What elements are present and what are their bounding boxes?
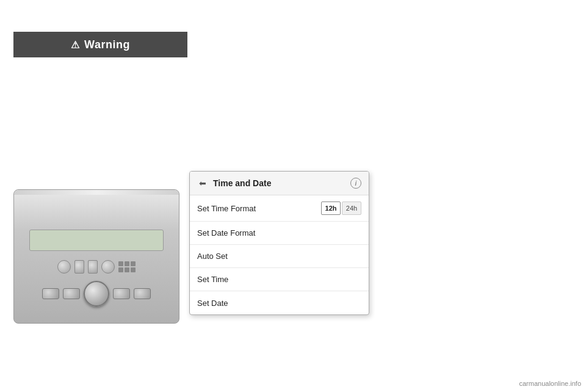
set-time-format-label: Set Time Format [197,204,321,213]
radio-rect-btn-1[interactable] [74,260,84,274]
auto-set-row[interactable]: Auto Set [190,245,369,268]
set-date-label: Set Date [197,299,361,308]
grid-btn-3[interactable] [131,261,136,266]
grid-btn-6[interactable] [131,267,136,272]
radio-top-strip [14,190,179,195]
time-date-dialog: ⬅ Time and Date i Set Time Format 12h 24… [189,171,369,315]
info-icon[interactable]: i [350,178,361,189]
dialog-header: ⬅ Time and Date i [190,172,369,195]
set-time-format-row: Set Time Format 12h 24h [190,195,369,222]
radio-grid-btns [118,261,136,272]
set-date-row[interactable]: Set Date [190,291,369,314]
set-date-format-row[interactable]: Set Date Format [190,222,369,245]
radio-knob[interactable] [84,281,109,307]
radio-btn-vol[interactable] [134,288,151,299]
set-time-row[interactable]: Set Time [190,268,369,291]
radio-panel [13,189,179,324]
set-time-label: Set Time [197,275,361,284]
radio-screen [29,230,164,251]
grid-btn-5[interactable] [125,267,129,272]
grid-btn-2[interactable] [125,261,129,266]
watermark: carmanualonline.info [519,380,581,387]
radio-lower-row [42,281,151,307]
format-12h-button[interactable]: 12h [321,201,341,215]
back-icon[interactable]: ⬅ [197,178,208,189]
radio-fan-btn[interactable] [57,260,71,274]
radio-btn-next[interactable] [113,288,130,299]
warning-box: ⚠ Warning [13,32,187,57]
warning-icon: ⚠ [71,39,79,51]
warning-label: Warning [84,38,130,51]
radio-buttons-row [57,260,136,274]
dialog-title: Time and Date [213,178,345,188]
radio-btn-prev[interactable] [42,288,59,299]
grid-btn-4[interactable] [118,267,123,272]
radio-bluetooth-btn[interactable] [101,260,115,274]
radio-rect-btn-2[interactable] [88,260,98,274]
set-date-format-label: Set Date Format [197,228,361,238]
format-24h-button[interactable]: 24h [342,201,361,215]
time-format-buttons: 12h 24h [321,201,361,215]
auto-set-label: Auto Set [197,252,361,261]
radio-btn-src[interactable] [63,288,80,299]
grid-btn-1[interactable] [118,261,123,266]
